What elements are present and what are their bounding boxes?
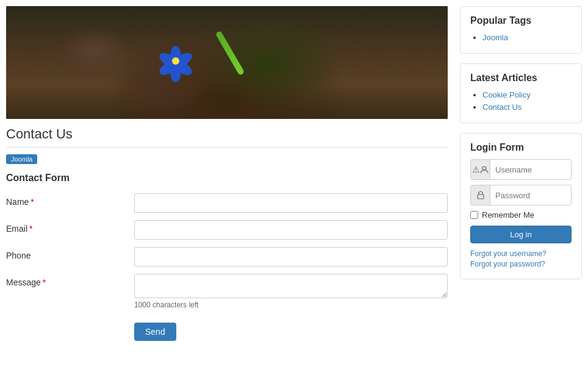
- svg-point-0: [482, 166, 486, 170]
- name-label: Name*: [6, 193, 134, 207]
- phone-row: Phone: [6, 247, 448, 266]
- page-title: Contact Us: [6, 126, 448, 148]
- remember-me-checkbox[interactable]: [470, 211, 478, 219]
- popular-tag-joomla[interactable]: Joomla: [482, 33, 508, 42]
- list-item: Contact Us: [482, 102, 572, 112]
- svg-rect-1: [478, 195, 484, 199]
- remember-me-label: Remember Me: [482, 210, 534, 220]
- remember-me-row: Remember Me: [470, 210, 572, 220]
- user-icon: ⚠: [471, 160, 490, 179]
- login-button[interactable]: Log in: [470, 226, 572, 243]
- form-title: Contact Form: [6, 173, 448, 184]
- latest-articles-widget: Latest Articles Cookie Policy Contact Us: [460, 63, 582, 123]
- login-links: Forgot your username? Forgot your passwo…: [470, 249, 572, 268]
- phone-label: Phone: [6, 247, 134, 260]
- article-cookie-policy[interactable]: Cookie Policy: [482, 90, 531, 99]
- email-label: Email*: [6, 220, 134, 234]
- main-content: Contact Us Joomla Contact Form Name* Ema…: [6, 6, 448, 366]
- popular-tags-list: Joomla: [470, 32, 572, 42]
- login-form-widget: Login Form ⚠: [460, 133, 582, 279]
- list-item: Cookie Policy: [482, 90, 572, 99]
- sidebar: Popular Tags Joomla Latest Articles Cook…: [460, 6, 582, 366]
- lock-icon: [471, 185, 490, 205]
- popular-tags-widget: Popular Tags Joomla: [460, 6, 582, 54]
- article-contact-us[interactable]: Contact Us: [482, 102, 522, 112]
- popular-tags-title: Popular Tags: [470, 15, 572, 26]
- latest-articles-list: Cookie Policy Contact Us: [470, 90, 572, 112]
- login-form-title: Login Form: [470, 142, 572, 153]
- message-textarea[interactable]: [134, 274, 448, 298]
- hero-image: [6, 6, 448, 119]
- tag-badge[interactable]: Joomla: [6, 154, 37, 164]
- username-input[interactable]: [490, 160, 572, 179]
- message-label: Message*: [6, 274, 134, 287]
- email-input[interactable]: [134, 220, 448, 240]
- message-col: 1000 characters left: [134, 274, 448, 309]
- email-row: Email*: [6, 220, 448, 240]
- char-count: 1000 characters left: [134, 301, 448, 309]
- latest-articles-title: Latest Articles: [470, 73, 572, 84]
- list-item: Joomla: [482, 32, 572, 42]
- password-row: [470, 185, 572, 206]
- name-input[interactable]: [134, 193, 448, 213]
- forgot-password-link[interactable]: Forgot your password?: [470, 260, 572, 268]
- send-button[interactable]: Send: [134, 323, 176, 341]
- forgot-username-link[interactable]: Forgot your username?: [470, 249, 572, 258]
- password-input[interactable]: [490, 185, 572, 205]
- message-row: Message* 1000 characters left: [6, 274, 448, 309]
- phone-input[interactable]: [134, 247, 448, 266]
- username-row: ⚠: [470, 159, 572, 180]
- name-row: Name*: [6, 193, 448, 213]
